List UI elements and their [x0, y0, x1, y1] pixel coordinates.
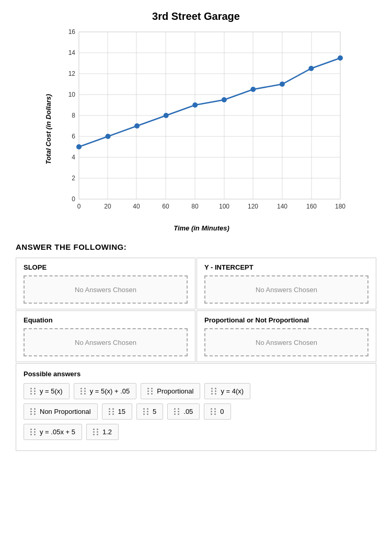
- answer-chip-chip2[interactable]: y = 5(x) + .05: [74, 383, 137, 399]
- svg-point-47: [308, 66, 314, 71]
- equation-box: Equation No Answers Chosen: [16, 310, 195, 362]
- svg-point-39: [76, 144, 82, 149]
- drag-icon: [30, 388, 37, 395]
- proportional-box: Proportional or Not Proportional No Answ…: [197, 310, 376, 362]
- answer-chip-chip3[interactable]: Proportional: [141, 383, 200, 399]
- svg-text:20: 20: [104, 203, 111, 210]
- svg-text:0: 0: [72, 195, 75, 203]
- drag-icon: [30, 408, 37, 415]
- chip-label: Proportional: [157, 387, 193, 395]
- equation-label: Equation: [24, 316, 188, 324]
- chart-title: 3rd Street Garage: [152, 10, 240, 22]
- answer-chip-chip6[interactable]: 15: [102, 403, 132, 420]
- svg-text:180: 180: [335, 203, 345, 210]
- svg-text:2: 2: [72, 175, 75, 182]
- possible-answers-section: Possible answers y = 5(x)y = 5(x) + .05P…: [16, 363, 376, 451]
- chart-container: 3rd Street Garage Total Cost (in Dollars…: [10, 10, 382, 232]
- answer-chip-chip9[interactable]: 0: [204, 403, 230, 420]
- drag-icon: [143, 408, 149, 415]
- equation-answer[interactable]: No Answers Chosen: [24, 328, 188, 356]
- answer-heading: ANSWER THE FOLLOWING:: [16, 242, 376, 251]
- y-axis-label: Total Cost (in Dollars): [44, 94, 52, 165]
- slope-box: SLOPE No Answers Chosen: [16, 258, 195, 309]
- answer-chip-chip11[interactable]: 1.2: [86, 424, 119, 440]
- svg-text:160: 160: [306, 203, 316, 210]
- chip-label: 0: [220, 408, 224, 415]
- drag-icon: [147, 388, 154, 395]
- answer-chip-chip5[interactable]: Non Proportional: [24, 403, 98, 420]
- proportional-answer[interactable]: No Answers Chosen: [204, 328, 368, 356]
- y-intercept-answer[interactable]: No Answers Chosen: [204, 275, 368, 304]
- svg-text:10: 10: [68, 91, 75, 98]
- chart-wrap: Total Cost (in Dollars): [44, 27, 348, 232]
- svg-point-41: [134, 123, 140, 129]
- chart-svg: 0 2 4 6 8 10 12 14 16 0 20 40 60 80 100: [55, 27, 348, 232]
- svg-text:8: 8: [72, 112, 75, 119]
- svg-point-48: [338, 55, 343, 61]
- svg-text:60: 60: [162, 203, 169, 210]
- possible-answers-label: Possible answers: [24, 370, 368, 378]
- chip-label: 1.2: [102, 428, 112, 436]
- drag-icon: [211, 408, 217, 415]
- drag-icon: [93, 429, 99, 436]
- svg-point-42: [163, 113, 168, 118]
- svg-text:0: 0: [77, 203, 80, 210]
- chip-label: .05: [183, 408, 193, 415]
- chip-label: y = 5(x): [40, 387, 63, 395]
- svg-text:80: 80: [191, 203, 199, 210]
- svg-text:6: 6: [72, 133, 75, 140]
- slope-answer[interactable]: No Answers Chosen: [24, 275, 188, 304]
- svg-text:140: 140: [276, 203, 287, 210]
- possible-row-3: y = .05x + 51.2: [24, 424, 368, 440]
- answer-grid-top: SLOPE No Answers Chosen Y - INTERCEPT No…: [16, 258, 376, 309]
- svg-text:40: 40: [133, 203, 140, 210]
- possible-row-2: Non Proportional155.050: [24, 403, 368, 420]
- y-intercept-box: Y - INTERCEPT No Answers Chosen: [197, 258, 376, 309]
- x-axis-label: Time (in Minutes): [55, 224, 348, 232]
- page: 3rd Street Garage Total Cost (in Dollars…: [0, 0, 392, 544]
- answer-chip-chip7[interactable]: 5: [136, 403, 163, 420]
- svg-text:16: 16: [68, 28, 75, 36]
- svg-point-43: [192, 102, 198, 108]
- chip-label: y = .05x + 5: [40, 428, 75, 436]
- svg-text:120: 120: [247, 203, 258, 210]
- answer-grid-bottom: Equation No Answers Chosen Proportional …: [16, 310, 376, 362]
- drag-icon: [30, 429, 37, 436]
- svg-text:4: 4: [72, 154, 75, 161]
- drag-icon: [80, 388, 87, 395]
- slope-label: SLOPE: [24, 263, 188, 271]
- y-intercept-label: Y - INTERCEPT: [204, 263, 368, 271]
- svg-text:12: 12: [68, 70, 75, 77]
- svg-point-46: [279, 82, 284, 87]
- proportional-label: Proportional or Not Proportional: [204, 316, 368, 324]
- chip-label: Non Proportional: [40, 408, 91, 415]
- svg-text:14: 14: [68, 49, 75, 56]
- answer-chip-chip10[interactable]: y = .05x + 5: [24, 424, 82, 440]
- svg-point-45: [250, 87, 256, 92]
- svg-point-44: [221, 97, 226, 102]
- chip-label: y = 4(x): [221, 387, 244, 395]
- chip-label: 5: [153, 408, 156, 415]
- possible-row-1: y = 5(x)y = 5(x) + .05Proportionaly = 4(…: [24, 383, 368, 399]
- svg-text:100: 100: [218, 203, 229, 210]
- answer-chip-chip8[interactable]: .05: [167, 403, 200, 420]
- svg-point-40: [105, 134, 110, 139]
- answer-chip-chip1[interactable]: y = 5(x): [24, 383, 70, 399]
- answer-chip-chip4[interactable]: y = 4(x): [204, 383, 250, 399]
- drag-icon: [109, 408, 115, 415]
- chip-label: 15: [118, 408, 125, 415]
- drag-icon: [174, 408, 180, 415]
- drag-icon: [211, 388, 217, 395]
- chip-label: y = 5(x) + .05: [90, 387, 130, 395]
- answer-section: ANSWER THE FOLLOWING: SLOPE No Answers C…: [10, 242, 382, 451]
- line-chart-svg: 0 2 4 6 8 10 12 14 16 0 20 40 60 80 100: [55, 27, 348, 220]
